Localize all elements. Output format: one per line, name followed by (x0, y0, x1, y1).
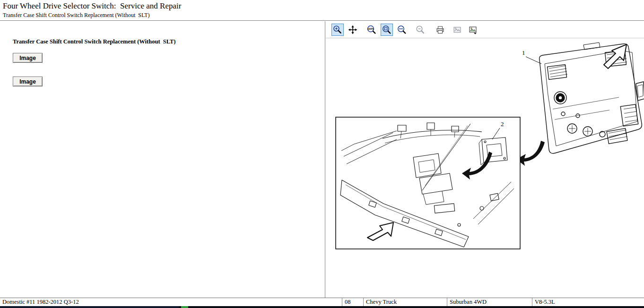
status-engine: V8-5.3L (532, 298, 644, 306)
technical-illustration: 1 (326, 38, 644, 298)
page-title: Four Wheel Drive Selector Switch: Servic… (0, 0, 644, 11)
callout-2-label: 2 (501, 120, 504, 128)
page-subtitle: Transfer Case Shift Control Switch Repla… (0, 11, 644, 19)
dash-bezel-drawing (540, 43, 644, 154)
illustration-canvas: 1 (326, 38, 644, 298)
zoom-in-icon[interactable] (331, 24, 344, 36)
taskbar-sliver (0, 306, 644, 308)
zoom-100-icon[interactable]: 100% (366, 24, 378, 36)
image-button-1[interactable]: Image (13, 53, 43, 63)
inset-illustration-frame: 2 (336, 117, 520, 249)
callout-1: 1 (522, 49, 541, 64)
taskbar-segment (0, 306, 179, 308)
zoom-100-label: 100% (367, 27, 374, 30)
status-make: Chevy Truck (363, 298, 447, 306)
pan-icon[interactable] (347, 24, 359, 36)
taskbar-green-indicator (181, 306, 188, 308)
article-panel: Transfer Case Shift Control Switch Repla… (0, 21, 325, 298)
rotation-arrow-main (516, 141, 545, 166)
print-icon[interactable] (434, 24, 446, 36)
status-model: Suburban 4WD (447, 298, 532, 306)
zoom-fit-icon[interactable] (381, 24, 393, 36)
article-heading: Transfer Case Shift Control Switch Repla… (13, 38, 175, 45)
callout-1-label: 1 (522, 49, 525, 56)
zoom-width-icon[interactable] (396, 24, 408, 36)
illustration-panel: 100% (326, 21, 644, 298)
copy-image-icon[interactable] (451, 24, 463, 36)
status-database: Domestic #11 1982-2012 Q3-12 (0, 298, 342, 306)
status-year: 08 (342, 298, 363, 306)
zoom-out-icon[interactable] (414, 24, 426, 36)
illustration-toolbar: 100% (326, 21, 644, 38)
export-image-icon[interactable] (467, 24, 479, 36)
image-button-2[interactable]: Image (13, 77, 43, 86)
selector-switch-knob (554, 92, 566, 104)
status-bar: Domestic #11 1982-2012 Q3-12 08 Chevy Tr… (0, 298, 644, 306)
page-header: Four Wheel Drive Selector Switch: Servic… (0, 0, 644, 21)
